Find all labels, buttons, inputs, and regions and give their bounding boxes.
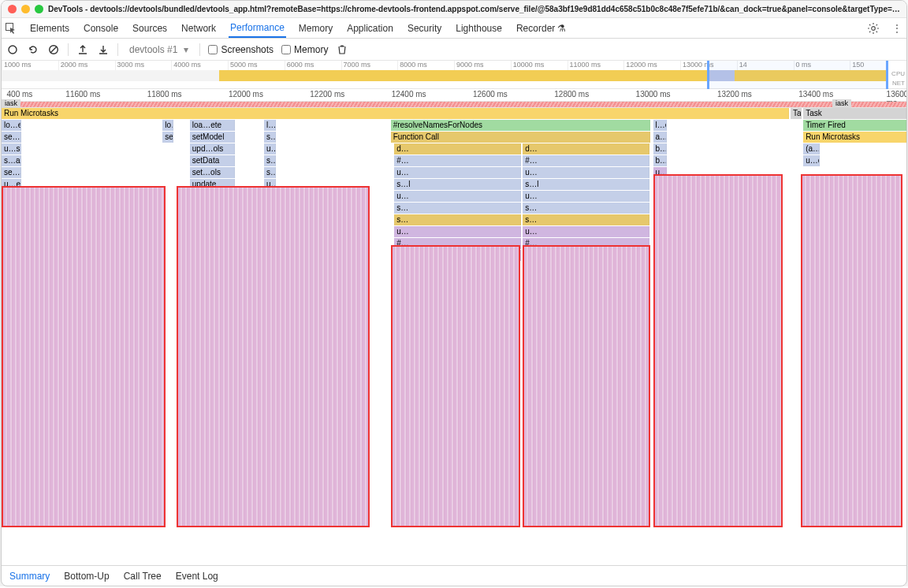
flame-bar[interactable]: upd…ols <box>190 143 235 154</box>
flame-ruler[interactable]: 400 ms11600 ms11800 ms12000 ms12200 ms12… <box>2 89 906 102</box>
trash-icon[interactable] <box>336 43 348 56</box>
overview-tick: 11000 ms <box>568 61 624 70</box>
flame-bar[interactable]: s… <box>264 167 276 178</box>
tab-recorder[interactable]: Recorder⚗ <box>515 20 568 37</box>
tab-performance[interactable]: Performance <box>229 19 286 38</box>
overview-tick: 10000 ms <box>511 61 568 70</box>
flame-bar[interactable]: s… <box>264 155 276 166</box>
flame-highlight-region <box>523 245 650 527</box>
tab-memory[interactable]: Memory <box>297 20 334 37</box>
flame-bar[interactable]: Function Call <box>391 132 650 143</box>
flame-bar[interactable]: set…ols <box>190 167 235 178</box>
flame-bar[interactable]: Task <box>791 108 802 119</box>
flame-bar[interactable]: s…a <box>2 155 21 166</box>
flame-bar[interactable]: u… <box>523 226 649 237</box>
flame-bar[interactable]: a… <box>653 132 667 143</box>
flame-bar[interactable]: s…l <box>264 132 276 143</box>
flame-bar[interactable]: se…s <box>2 167 21 178</box>
flame-bar[interactable]: #resolveNamesForNodes <box>391 120 650 131</box>
flame-bar[interactable]: b… <box>653 143 667 154</box>
flame-bar[interactable]: Timer Fired <box>803 120 906 131</box>
tab-security[interactable]: Security <box>406 20 443 37</box>
tab-lighthouse[interactable]: Lighthouse <box>454 20 504 37</box>
flame-bar[interactable]: Task <box>803 108 906 119</box>
download-icon[interactable] <box>97 43 110 56</box>
clear-icon[interactable] <box>47 43 60 56</box>
flame-bar[interactable]: u… <box>264 143 276 154</box>
flame-highlight-region <box>801 174 903 527</box>
flame-bar[interactable]: u… <box>394 167 521 178</box>
flame-row: lo…elo…eloa…etel…#resolveNamesForNodesl…… <box>2 120 906 132</box>
profile-select[interactable]: devtools #1 <box>126 43 192 57</box>
details-tab-event-log[interactable]: Event Log <box>176 571 218 582</box>
flame-bar[interactable]: #… <box>523 155 649 166</box>
ruler-tick: 13000 ms <box>636 90 671 99</box>
flame-bar[interactable]: lo…e <box>2 120 21 131</box>
zoom-window-icon[interactable] <box>35 5 43 13</box>
memory-label: Memory <box>294 44 328 55</box>
ruler-tick: 12400 ms <box>392 90 426 99</box>
flame-bar[interactable]: u… <box>523 167 649 178</box>
svg-point-1 <box>872 26 876 30</box>
overview-tick: 7000 ms <box>341 61 398 70</box>
overview-tick: 6000 ms <box>285 61 341 70</box>
tab-network[interactable]: Network <box>180 20 218 37</box>
flame-bar[interactable]: l…e <box>653 120 667 131</box>
flame-bar[interactable]: u…s <box>2 143 21 154</box>
record-button-icon[interactable] <box>6 43 19 56</box>
overview-tick: 9000 ms <box>454 61 511 70</box>
flame-bar[interactable]: se…l <box>2 132 21 143</box>
flame-chart[interactable]: Run MicrotasksTaskTasklo…elo…eloa…etel…#… <box>2 108 906 565</box>
flame-bar[interactable]: u… <box>394 226 521 237</box>
flame-bar[interactable]: u… <box>523 191 649 202</box>
minimize-window-icon[interactable] <box>21 5 30 13</box>
flame-bar[interactable]: setModel <box>190 132 235 143</box>
flame-bar[interactable]: s… <box>523 214 649 225</box>
toolbar-divider <box>117 43 118 56</box>
tab-application[interactable]: Application <box>345 20 395 37</box>
ruler-tick: 11600 ms <box>65 90 100 99</box>
flame-bar[interactable]: setData <box>190 155 235 166</box>
flame-bar[interactable]: se…l <box>162 132 173 143</box>
flame-bar[interactable]: s…l <box>394 179 521 190</box>
flame-bar[interactable]: u…e <box>803 155 820 166</box>
overview-net-label: NET <box>892 80 905 87</box>
timeline-overview[interactable]: 1000 ms2000 ms3000 ms4000 ms5000 ms6000 … <box>2 61 906 89</box>
flame-bar[interactable]: s… <box>523 203 649 214</box>
tab-console[interactable]: Console <box>82 20 120 37</box>
flame-bar[interactable]: b… <box>653 155 667 166</box>
inspect-element-icon[interactable] <box>5 22 17 35</box>
details-tab-bottom-up[interactable]: Bottom-Up <box>64 571 109 582</box>
flame-bar[interactable]: l… <box>264 120 276 131</box>
reload-icon[interactable] <box>27 43 39 56</box>
flask-icon: ⚗ <box>557 23 566 34</box>
flame-bar[interactable]: loa…ete <box>190 120 235 131</box>
details-tab-call-tree[interactable]: Call Tree <box>124 571 162 582</box>
screenshots-checkbox[interactable]: Screenshots <box>208 44 274 55</box>
tab-elements[interactable]: Elements <box>28 20 71 37</box>
panel-tabbar: ElementsConsoleSourcesNetworkPerformance… <box>2 18 906 39</box>
details-tabbar: SummaryBottom-UpCall TreeEvent Log <box>2 565 906 586</box>
flame-bar[interactable]: d… <box>394 143 521 154</box>
flame-highlight-region <box>653 174 783 527</box>
flame-bar[interactable]: (a…) <box>803 143 820 154</box>
flame-bar[interactable]: d… <box>523 143 649 154</box>
overview-viewport-handle[interactable] <box>707 61 888 89</box>
flame-bar[interactable]: Run Microtasks <box>803 132 906 143</box>
flame-bar[interactable]: s… <box>394 203 521 214</box>
flame-bar[interactable]: Run Microtasks <box>2 108 789 119</box>
ruler-tick: 12000 ms <box>229 90 263 99</box>
close-window-icon[interactable] <box>8 5 17 13</box>
tab-sources[interactable]: Sources <box>131 20 169 37</box>
settings-gear-icon[interactable] <box>867 22 880 35</box>
flame-bar[interactable]: s… <box>394 214 521 225</box>
flame-bar[interactable]: s…l <box>523 179 649 190</box>
upload-icon[interactable] <box>76 43 89 56</box>
flame-bar[interactable]: lo…e <box>162 120 173 131</box>
details-tab-summary[interactable]: Summary <box>9 571 50 582</box>
more-menu-icon[interactable]: ⋮ <box>891 23 903 34</box>
flame-row: se…lse…lsetModels…lFunction Calla…Run Mi… <box>2 132 906 143</box>
memory-checkbox[interactable]: Memory <box>281 44 328 55</box>
flame-bar[interactable]: #… <box>394 155 521 166</box>
flame-bar[interactable]: u… <box>394 191 521 202</box>
